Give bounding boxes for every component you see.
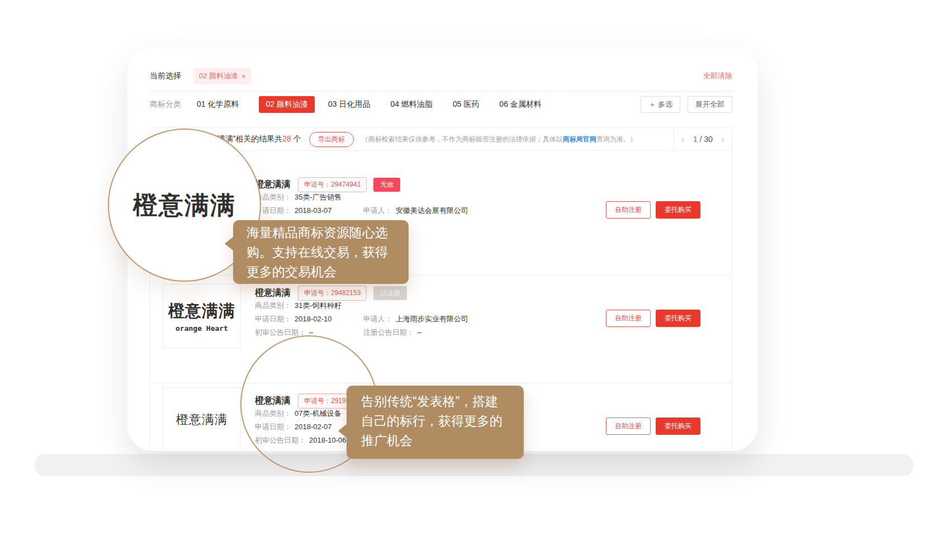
field-value: 31类-饲料种籽 [295,301,342,310]
category-item-06[interactable]: 06 金属材料 [499,99,541,110]
detail-line: 初审公告日期：– 注册公告日期：– [255,326,468,339]
magnified-trademark-text: 橙意满满 [133,189,236,222]
application-number-pill: 申请号：29482153 [298,286,367,301]
tooltip-line: 告别传统“发表格”，搭建 [361,392,524,411]
current-selection-label: 当前选择 [150,71,181,81]
category-item-04[interactable]: 04 燃料油脂 [390,99,432,110]
expand-all-button[interactable]: 展开全部 [688,96,732,113]
dashed-divider [150,91,732,92]
row-actions: 自助注册 委托购买 [606,417,700,435]
category-item-03[interactable]: 03 日化用品 [328,99,370,110]
field-value: 2018-03-07 [295,206,332,215]
detail-line: 申请日期：2018-03-07 申请人：安徽美达会展有限公司 [255,204,468,217]
application-number: 29474941 [331,181,361,188]
row-actions: 自助注册 委托购买 [606,201,700,219]
category-item-01[interactable]: 01 化学原料 [197,99,239,110]
page-separator: / [698,135,704,144]
detail-line: 商品类别：35类-广告销售 [255,191,468,204]
category-item-05[interactable]: 05 医药 [453,99,479,110]
category-item-02-selected[interactable]: 02 颜料油漆 [259,96,314,113]
tooltip-marketplace: 海量精品商标资源随心选 购。支持在线交易，获得 更多的交易机会 [233,220,409,284]
self-register-button[interactable]: 自助注册 [606,201,651,219]
tooltip-line: 更多的交易机会 [247,262,409,282]
trademark-logo-box: 橙意满满 [163,387,241,451]
export-trademark-button[interactable]: 导出商标 [309,132,354,147]
application-number-label: 申请号： [304,289,331,297]
status-badge: 已注册 [373,286,407,300]
tooltip-line: 海量精品商标资源随心选 [247,223,409,243]
field-label: 申请人： [363,315,392,323]
tooltip-promotion: 告别传统“发表格”，搭建 自己的标行，获得更多的 推广机会 [347,386,524,459]
entrust-purchase-button[interactable]: 委托购买 [656,417,700,435]
trademark-logo-text: 橙意满满 [168,300,235,322]
self-register-button[interactable]: 自助注册 [606,417,651,435]
result-count: 28 [282,134,291,143]
table-row: 橙意满满 orange Heart 橙意满满 申请号：29482153 已注册 … [150,275,732,383]
trademark-logo-subtext: orange Heart [176,324,228,333]
field-label: 申请日期： [255,315,291,323]
page-indicator: 1 / 30 [693,135,713,144]
disclaimer: （商标检索结果仅供参考，不作为商标能否注册的法律依据；具体以商标局官网查询为准。… [362,135,637,144]
trademark-logo-box: 橙意满满 orange Heart [163,284,241,348]
current-selection-bar: 当前选择 02 颜料油漆 × 全部清除 [150,68,732,84]
field-value: 安徽美达会展有限公司 [396,206,468,215]
tooltip-line: 推广机会 [361,431,524,450]
category-bar: 商标分类 01 化学原料 02 颜料油漆 03 日化用品 04 燃料油脂 05 … [150,96,732,113]
tooltip-arrow-icon [225,236,234,251]
field-value: 上海雨步实业有限公司 [396,315,468,323]
next-page-icon[interactable]: › [721,134,724,144]
results-header: 为您检索到“橙意满满”相关的结果共28 个 导出商标 （商标检索结果仅供参考，不… [150,128,732,151]
selected-filter-tag[interactable]: 02 颜料油漆 × [193,68,252,84]
entrust-purchase-button[interactable]: 委托购买 [656,201,700,219]
disclaimer-prefix: （商标检索结果仅供参考，不作为商标能否注册的法律依据；具体以 [362,135,563,143]
field-value: 2018-02-10 [295,315,332,323]
field-label: 商品类别： [255,301,291,310]
page: 当前选择 02 颜料油漆 × 全部清除 商标分类 01 化学原料 02 颜料油漆… [0,0,948,560]
application-number-label: 申请号： [304,181,331,188]
detail-line: 商品类别：31类-饲料种籽 [255,299,468,312]
entrust-purchase-button[interactable]: 委托购买 [656,310,700,327]
trademark-name[interactable]: 橙意满满 [255,287,291,299]
prev-page-icon[interactable]: ‹ [681,134,685,144]
selected-filter-tag-text: 02 颜料油漆 [199,71,238,81]
summary-suffix: 个 [291,134,301,143]
field-label: 申请人： [363,206,392,215]
disclaimer-suffix: 查询为准。） [596,135,637,143]
tooltip-arrow-icon [338,424,347,438]
total-pages: 30 [704,135,713,144]
field-value: 35类-广告销售 [295,193,342,201]
application-number-pill: 申请号：29474941 [298,177,367,192]
trademark-office-link[interactable]: 商标局官网 [563,135,596,143]
tooltip-line: 自己的标行，获得更多的 [361,411,524,431]
self-register-button[interactable]: 自助注册 [606,310,651,327]
multi-select-button[interactable]: ＋ 多选 [641,96,680,113]
trademark-name[interactable]: 橙意满满 [255,179,291,191]
pagination: ‹ 1 / 30 › [674,128,732,150]
field-label: 初审公告日期： [255,328,306,336]
row-main: 橙意满满 申请号：29482153 已注册 商品类别：31类-饲料种籽 申请日期… [255,287,468,339]
application-number: 29482153 [331,289,361,297]
remove-filter-icon[interactable]: × [241,72,246,80]
current-page: 1 [693,135,698,144]
status-badge: 无效 [373,178,400,192]
clear-all-button[interactable]: 全部清除 [703,71,732,81]
row-actions: 自助注册 委托购买 [606,310,700,327]
tooltip-line: 购。支持在线交易，获得 [247,243,409,262]
field-label: 注册公告日期： [363,328,414,336]
field-value: – [418,328,421,336]
trademark-logo-text: 橙意满满 [176,411,227,428]
category-label: 商标分类 [150,99,181,110]
row-main: 橙意满满 申请号：29474941 无效 商品类别：35类-广告销售 申请日期：… [255,178,468,217]
detail-line: 申请日期：2018-02-10 申请人：上海雨步实业有限公司 [255,312,468,326]
